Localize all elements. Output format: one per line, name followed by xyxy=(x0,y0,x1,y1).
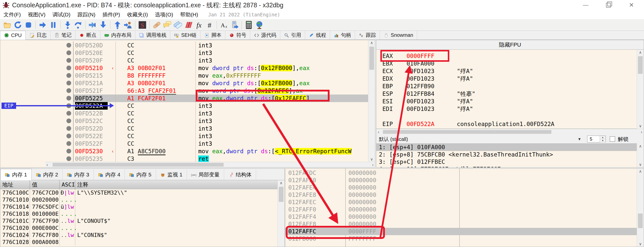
breakpoint-dot-icon[interactable] xyxy=(66,118,71,123)
tab-cpu[interactable]: CPU xyxy=(0,31,26,40)
menu-item-h[interactable]: 帮助(H) xyxy=(177,10,202,19)
tab-引用[interactable]: 引用 xyxy=(280,31,305,40)
breakpoint-gutter[interactable] xyxy=(0,79,73,87)
instruction-text[interactable]: ret xyxy=(196,155,368,163)
stack-row[interactable]: 012FAFF800000000 xyxy=(285,221,637,228)
instruction-text[interactable]: mov eax,dword ptr ds:[0x12FAFFC] xyxy=(196,95,368,102)
memory-row[interactable]: 776C1024776C7F80..lwL"CONIN$" xyxy=(0,232,278,239)
instruction-bytes[interactable]: A3 00B02F01 xyxy=(116,64,196,72)
instruction-bytes[interactable]: C3 xyxy=(116,155,196,163)
open-folder-icon[interactable] xyxy=(3,21,12,29)
instruction-address[interactable]: 00FD522D xyxy=(73,125,116,132)
breakpoint-dot-icon[interactable] xyxy=(66,50,71,55)
scroll-down-icon[interactable]: ∨ xyxy=(637,124,644,128)
minimize-button[interactable]: — xyxy=(579,1,593,9)
tab-笔记[interactable]: 笔记 xyxy=(51,31,75,40)
memory-row[interactable]: 776C100C776C7CD0Ð|lwL"\\SYSTEM32\\" xyxy=(0,189,278,196)
scrollbar-thumb[interactable] xyxy=(369,47,374,70)
scroll-down-icon[interactable]: ∨ xyxy=(637,242,644,246)
run-icon[interactable] xyxy=(38,21,47,29)
instruction-text[interactable]: int3 xyxy=(196,125,368,132)
instruction-bytes[interactable]: A1 A8C5FD00 xyxy=(116,147,196,155)
scroll-down-icon[interactable]: ∨ xyxy=(637,162,644,167)
stack-row[interactable]: 012FAFF400000000 xyxy=(285,213,637,221)
disasm-row[interactable]: 00FD5215B8 FFFFFFFFmov eax,0xFFFFFFFF xyxy=(0,72,368,79)
instruction-address[interactable]: 00FD521A xyxy=(73,79,116,87)
instruction-text[interactable]: mov eax,0xFFFFFFFF xyxy=(196,72,368,79)
scrollbar-thumb[interactable] xyxy=(638,56,643,74)
tab-结构体[interactable]: 结构体 xyxy=(224,169,256,180)
memory-row[interactable]: 776C101000020000.... xyxy=(0,196,278,203)
step-out-icon[interactable] xyxy=(113,21,122,29)
breakpoint-gutter[interactable] xyxy=(0,140,73,147)
menu-item-o[interactable]: 选项(O) xyxy=(151,10,177,19)
instruction-address[interactable]: 00FD520E xyxy=(73,49,116,57)
column-header-值[interactable]: 值 xyxy=(30,180,60,189)
scroll-right-icon[interactable]: › xyxy=(639,130,644,135)
instruction-address[interactable]: 00FD522E xyxy=(73,132,116,140)
tab-局部变量[interactable]: |x=|局部变量 xyxy=(187,169,224,180)
scrollbar-thumb[interactable] xyxy=(53,163,224,167)
breakpoint-dot-icon[interactable] xyxy=(66,149,71,153)
instruction-address[interactable]: 00FD520D xyxy=(73,42,116,49)
disasm-row[interactable]: 00FD521AA3 00B02F01mov dword ptr ds:[0x1… xyxy=(0,79,368,87)
register-row[interactable]: EDX00FD1023"殍A" xyxy=(376,75,644,82)
disasm-row[interactable]: 00FD522DCCint3 xyxy=(0,125,368,132)
register-row[interactable]: ECX00FD1023"殍A" xyxy=(376,67,644,75)
instruction-bytes[interactable]: CC xyxy=(116,42,196,49)
breakpoint-gutter[interactable] xyxy=(0,64,73,72)
attach-icon[interactable] xyxy=(124,21,132,29)
breakpoint-dot-icon[interactable] xyxy=(66,88,71,93)
register-row[interactable]: EIP00FD522Aconsoleapplication1.00FD522A xyxy=(376,120,644,128)
register-value[interactable]: 00FD1023 xyxy=(407,105,457,113)
tab-内存-3[interactable]: 内存 3 xyxy=(63,169,94,180)
disasm-row[interactable]: 00FD522FCCint3 xyxy=(0,140,368,147)
instruction-bytes[interactable]: A1 FCAF2F01 xyxy=(116,95,196,102)
disasm-row[interactable]: 00FD520ECCint3 xyxy=(0,49,368,57)
instruction-address[interactable]: 00FD522F xyxy=(73,140,116,147)
fx-icon[interactable]: fx xyxy=(195,21,203,29)
instruction-address[interactable]: 00FD522C xyxy=(73,117,116,125)
scroll-left-icon[interactable]: ‹ xyxy=(45,162,50,167)
scroll-down-icon[interactable]: ∨ xyxy=(368,157,375,162)
registers-hscrollbar[interactable]: ‹ › xyxy=(376,129,644,135)
register-row[interactable]: EDI00FD1023"殍A" xyxy=(376,105,644,113)
disassembly-vscrollbar[interactable]: ∧ ∨ xyxy=(368,40,375,162)
stack-row[interactable]: 012FAFEC00000000 xyxy=(285,199,637,206)
tab-断点[interactable]: 断点 xyxy=(75,31,100,40)
breakpoint-gutter[interactable] xyxy=(0,49,73,57)
disasm-row[interactable]: 00FD520DCCint3 xyxy=(0,42,368,49)
breakpoint-gutter[interactable] xyxy=(0,95,73,102)
breakpoint-gutter[interactable] xyxy=(0,125,73,132)
breakpoint-gutter[interactable] xyxy=(0,72,73,79)
tab-句柄[interactable]: 句柄 xyxy=(330,31,355,40)
restart-icon[interactable] xyxy=(14,21,22,29)
register-row[interactable]: EBX010FA000 xyxy=(376,60,644,67)
disasm-row[interactable]: 00FD522BCCint3 xyxy=(0,110,368,117)
tab-内存-5[interactable]: 内存 5 xyxy=(125,169,156,180)
instruction-bytes[interactable]: B8 FFFFFFFF xyxy=(116,72,196,79)
menu-item-n[interactable]: 跟踪(N) xyxy=(74,10,99,19)
disasm-row[interactable]: 00FD521F66:A3 FCAF2F01mov word ptr ds:[0… xyxy=(0,87,368,95)
breakpoint-dot-icon[interactable] xyxy=(66,73,71,78)
snowman-logo-icon[interactable]: S xyxy=(138,21,147,29)
instruction-address[interactable]: 00FD5215 xyxy=(73,72,116,79)
tab-内存-2[interactable]: 内存 2 xyxy=(32,169,63,180)
register-value[interactable]: 00FD1023 xyxy=(407,75,457,82)
register-value[interactable]: 00FD1023 xyxy=(407,98,457,105)
memory-row[interactable]: 776C1020000E000C.... xyxy=(0,225,278,232)
disasm-row[interactable]: 00FD522ECCint3 xyxy=(0,132,368,140)
register-value[interactable]: 012FFB84 xyxy=(407,90,457,98)
breakpoint-dot-icon[interactable] xyxy=(66,111,71,116)
instruction-bytes[interactable]: CC xyxy=(116,140,196,147)
disasm-row[interactable]: 00FD5210‹A3 00B02F01mov dword ptr ds:[0x… xyxy=(0,64,368,72)
stack-row[interactable]: 012FAFDC00000000 xyxy=(285,169,637,177)
register-value[interactable]: 010FA000 xyxy=(407,60,457,67)
tab-脚本[interactable]: 脚本 xyxy=(200,31,225,40)
step-over-icon[interactable] xyxy=(74,21,83,29)
pause-icon[interactable] xyxy=(49,21,58,29)
stack-vscrollbar[interactable]: ∧ ∨ xyxy=(637,169,644,247)
tab-调用堆栈[interactable]: 调用堆栈 xyxy=(135,31,170,40)
instruction-bytes[interactable]: CC xyxy=(116,110,196,117)
scroll-up-icon[interactable]: ∧ xyxy=(637,144,644,148)
